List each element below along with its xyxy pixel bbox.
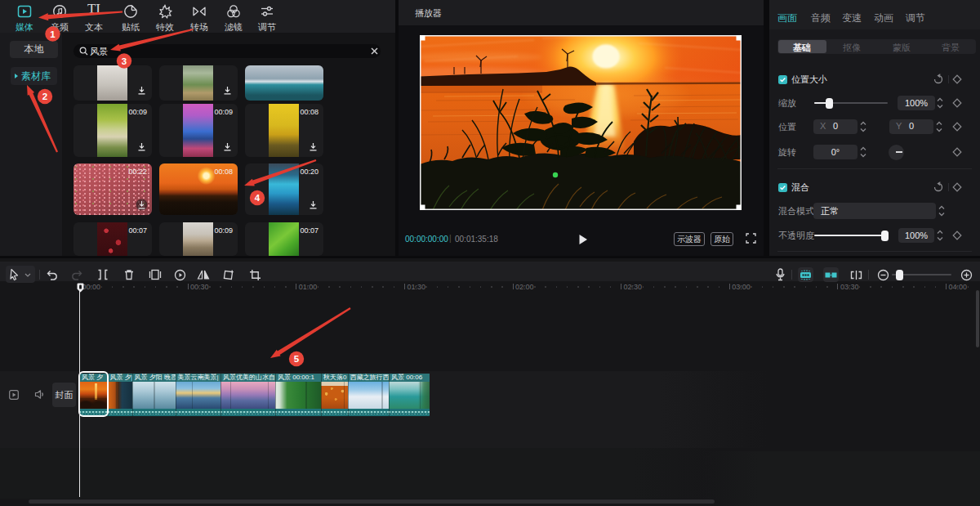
svg-text:2: 2 xyxy=(42,92,47,101)
svg-text:3: 3 xyxy=(122,56,127,66)
svg-text:1: 1 xyxy=(50,29,56,39)
svg-text:5: 5 xyxy=(294,354,300,364)
svg-text:4: 4 xyxy=(255,193,261,203)
